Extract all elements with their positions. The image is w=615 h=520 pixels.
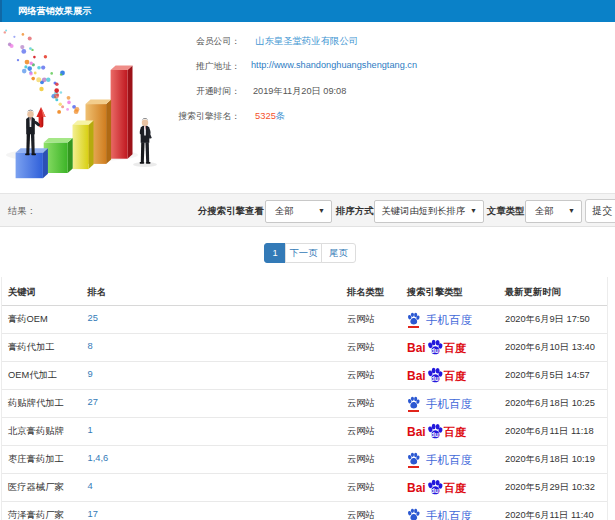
table-row: 药贴牌代加工 27 云网站 手机百度 2020年6月18日 10:25 [2,390,607,418]
col-keyword: 关键词 [8,286,36,299]
table-row: 医疗器械厂家 4 云网站 Baidu百度 2020年5月29日 10:32 [2,474,607,502]
rank-link[interactable]: 4 [88,481,93,491]
rank-type-cell: 云网站 [347,509,375,520]
article-type-select-value: 全部 [535,206,554,216]
chevron-down-icon: ▼ [568,201,575,221]
page: 网络营销效果展示 会员公司：山东皇圣堂药业有限公司推广地址：http://www… [0,0,615,520]
info-value: 5325条 [255,110,285,123]
col-rank: 排名 [88,286,107,299]
baidu-paw-icon [407,508,421,520]
info-row: 开通时间：2019年11月20日 09:08 [130,85,615,99]
baidu-logo-cn: 百度 [444,481,466,496]
updated-cell: 2020年6月11日 11:40 [505,509,594,520]
mobile-baidu-logo: 手机百度 [407,507,472,520]
info-label: 开通时间： [196,86,240,98]
company-link[interactable]: 山东皇圣堂药业有限公司 [255,35,358,48]
pagination: 1 下一页 尾页 [264,243,356,263]
rank-link[interactable]: 17 [88,509,98,519]
baidu-logo-bai: Bai [407,341,426,355]
rank-count-unit: 条 [276,110,285,121]
table-body: 膏药OEM 25 云网站 手机百度 2020年6月9日 17:50 膏药代加工 … [2,306,607,520]
col-engine: 搜索引擎类型 [407,286,463,299]
updated-cell: 2020年6月9日 17:50 [505,313,590,326]
engine-name: 手机百度 [426,509,472,520]
updated-cell: 2020年6月18日 10:25 [505,397,595,410]
col-rank-type: 排名类型 [347,286,384,299]
info-row: 推广地址：http://www.shandonghuangshengtang.c… [130,60,615,74]
baidu-paw-icon [407,396,421,412]
keyword-cell: 北京膏药贴牌 [8,425,64,438]
rank-link[interactable]: 25 [88,313,98,323]
rank-type-cell: 云网站 [347,425,375,438]
filter-bar: 结果： 分搜索引擎查看 全部 ▼ 排序方式 关键词由短到长排序 ▼ 文章类型 全… [0,193,615,227]
sort-label: 排序方式 [336,205,374,218]
mobile-baidu-logo: 手机百度 [407,311,472,329]
engine-cell: 手机百度 [407,311,472,329]
last-page-button[interactable]: 尾页 [321,243,356,263]
engine-cell: 手机百度 [407,395,472,413]
rank-link[interactable]: 27 [88,397,98,407]
rank-type-cell: 云网站 [347,313,375,326]
rank-count: 5325 [255,110,276,121]
baidu-paw-icon: du [427,340,443,357]
baidu-logo-cn: 百度 [444,341,466,356]
chevron-down-icon: ▼ [318,201,325,221]
table-row: 枣庄膏药加工 1,4,6 云网站 手机百度 2020年6月18日 10:19 [2,446,607,474]
submit-button[interactable]: 提交 [585,199,615,223]
engine-cell: 手机百度 [407,451,472,469]
keyword-cell: 药贴牌代加工 [8,397,64,410]
rank-link[interactable]: 8 [88,341,93,351]
updated-cell: 2020年5月29日 10:32 [505,481,595,494]
rank-type-cell: 云网站 [347,341,375,354]
baidu-paw-icon: du [427,424,443,441]
page-1-button[interactable]: 1 [264,243,286,263]
baidu-logo-du: du [431,347,439,354]
rank-type-cell: 云网站 [347,369,375,382]
baidu-paw-icon [407,312,421,328]
info-label: 推广地址： [196,61,240,73]
baidu-logo-bai: Bai [407,425,426,439]
promo-url-link[interactable]: http://www.shandonghuangshengtang.cn [251,60,417,70]
info-label: 会员公司： [196,36,240,48]
baidu-logo: Baidu百度 [407,339,466,357]
article-type-select[interactable]: 全部 ▼ [525,200,582,223]
chevron-down-icon: ▼ [470,201,477,221]
updated-cell: 2020年6月18日 10:19 [505,453,595,466]
engine-cell: Baidu百度 [407,339,466,357]
keyword-cell: 膏药OEM [8,313,48,326]
keyword-cell: 菏泽膏药厂家 [8,509,64,520]
rank-link[interactable]: 1 [88,425,93,435]
engine-filter-label: 分搜索引擎查看 [198,205,264,218]
sort-select[interactable]: 关键词由短到长排序 ▼ [374,200,484,223]
baidu-logo-du: du [431,375,439,382]
table-row: OEM代加工 9 云网站 Baidu百度 2020年6月5日 14:57 [2,362,607,390]
engine-name: 手机百度 [426,313,472,328]
table-row: 菏泽膏药厂家 17 云网站 手机百度 2020年6月11日 11:40 [2,502,607,520]
table-row: 膏药代加工 8 云网站 Baidu百度 2020年6月10日 13:40 [2,334,607,362]
baidu-logo-du: du [431,431,439,438]
info-value: 2019年11月20日 09:08 [253,85,346,98]
keyword-cell: 枣庄膏药加工 [8,453,64,466]
article-type-label: 文章类型 [487,205,525,218]
sort-select-value: 关键词由短到长排序 [382,206,466,216]
engine-select[interactable]: 全部 ▼ [265,200,332,223]
rank-link[interactable]: 1,4,6 [88,453,109,463]
baidu-logo: Baidu百度 [407,423,466,441]
baidu-logo: Baidu百度 [407,479,466,497]
baidu-logo-cn: 百度 [444,369,466,384]
bar-chart-illustration [0,25,185,193]
table-row: 膏药OEM 25 云网站 手机百度 2020年6月9日 17:50 [2,306,607,334]
col-updated: 最新更新时间 [505,286,561,299]
engine-cell: Baidu百度 [407,367,466,385]
engine-cell: Baidu百度 [407,423,466,441]
rank-link[interactable]: 9 [88,369,93,379]
table-header-row: 关键词 排名 排名类型 搜索引擎类型 最新更新时间 [2,277,607,306]
updated-cell: 2020年6月11日 11:18 [505,425,594,438]
next-page-button[interactable]: 下一页 [285,243,322,263]
rank-type-cell: 云网站 [347,453,375,466]
rank-type-cell: 云网站 [347,481,375,494]
baidu-paw-icon: du [427,480,443,497]
info-row: 搜索引擎排名：5325条 [130,110,615,124]
updated-cell: 2020年6月10日 13:40 [505,341,595,354]
page-title: 网络营销效果展示 [0,0,615,22]
